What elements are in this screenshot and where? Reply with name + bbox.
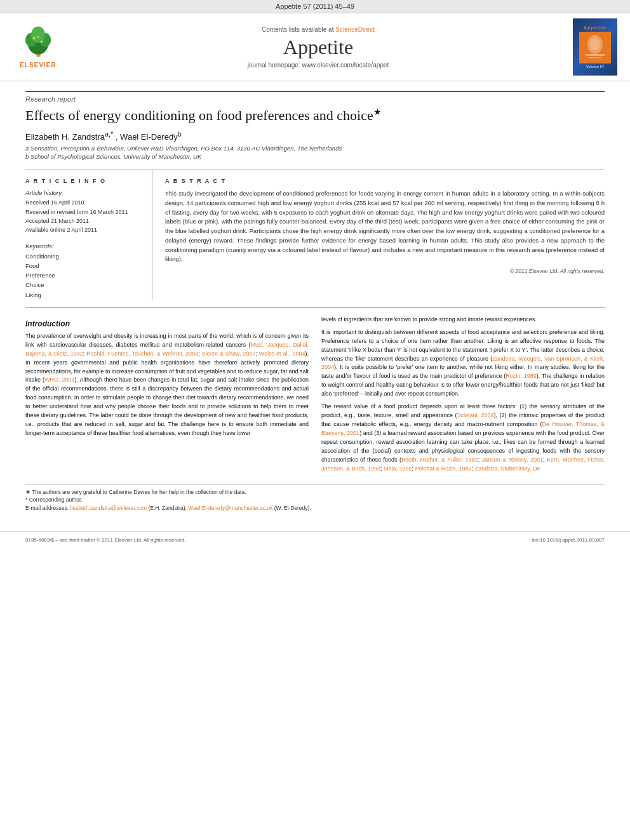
article-info-label: A R T I C L E I N F O: [25, 178, 142, 184]
section-divider: [25, 307, 605, 308]
email-link-1[interactable]: liesbeth.zandstra@unilever.com: [70, 505, 147, 511]
elsevier-brand-text: ELSEVIER: [20, 62, 56, 69]
cover-image-icon: [579, 32, 611, 63]
article-history: Article history: Received 16 April 2010 …: [25, 189, 142, 235]
corresponding-author-note: * Corresponding author.: [25, 496, 605, 504]
keyword-choice: Choice: [25, 280, 142, 290]
article-history-title: Article history:: [25, 189, 142, 196]
footer-bar: 0195-6663/$ – see front matter © 2011 El…: [0, 531, 630, 548]
journal-header: ELSEVIER Contents lists available at Sci…: [0, 13, 630, 81]
authors-line: Elizabeth H. Zandstraa,* , Wael El-Dered…: [25, 130, 605, 142]
ref-rozin-1989[interactable]: Rozin, 1989: [506, 373, 536, 379]
revised-date: Received in revised form 16 March 2011: [25, 208, 142, 217]
sciencedirect-link[interactable]: ScienceDirect: [335, 26, 375, 33]
copyright-notice: © 2011 Elsevier Ltd. All rights reserved…: [165, 268, 605, 274]
email-link-2[interactable]: Wael.El-deredy@manchester.ac.uk: [188, 505, 272, 511]
ref-mela-1995[interactable]: Mela, 1995: [384, 465, 412, 472]
article-content: Research report Effects of energy condit…: [0, 81, 630, 522]
star-footnote: ★ The authors are very grateful to Cathe…: [25, 488, 605, 497]
journal-citation: Appetite 57 (2011) 45–49: [0, 0, 630, 13]
ref-weiss-2004[interactable]: Weiss et al., 2004: [259, 350, 305, 357]
ref-pelchat-1982[interactable]: Pelchat & Rozin, 1982: [415, 465, 472, 472]
article-type-label: Research report: [25, 91, 605, 103]
ref-zandstra-stubenitsky[interactable]: Zandstra, Stubenitsky, De: [475, 465, 540, 472]
abstract-column: A B S T R A C T This study investigated …: [165, 170, 605, 300]
email-addresses: E-mail addresses: liesbeth.zandstra@unil…: [25, 504, 605, 512]
keyword-liking: Liking: [25, 290, 142, 300]
svg-rect-12: [589, 57, 601, 58]
doi: doi:10.1016/j.appet.2011.03.007: [532, 537, 605, 543]
affiliation-1: a Sensation, Perception & Behaviour, Uni…: [25, 145, 605, 152]
elsevier-logo: ELSEVIER: [13, 25, 64, 69]
keyword-conditioning: Conditioning: [25, 251, 142, 261]
body-right-column: levels of ingredients that are known to …: [321, 316, 605, 477]
intro-paragraph-2: levels of ingredients that are known to …: [321, 316, 605, 324]
article-info-abstract-section: A R T I C L E I N F O Article history: R…: [25, 170, 605, 300]
ref-sclafani-2004[interactable]: Sclafani, 2004: [457, 412, 493, 418]
article-title: Effects of energy conditioning on food p…: [25, 107, 605, 125]
body-left-column: Introduction The prevalence of overweigh…: [25, 316, 309, 477]
footnotes-section: ★ The authors are very grateful to Cathe…: [25, 484, 605, 512]
journal-center: Contents lists available at ScienceDirec…: [64, 26, 573, 69]
affiliation-2: b School of Psychological Sciences, Univ…: [25, 153, 605, 160]
svg-point-10: [590, 38, 600, 51]
author1-superscript: a,*: [105, 130, 113, 138]
abstract-label: A B S T R A C T: [165, 178, 605, 184]
contents-available-line: Contents lists available at ScienceDirec…: [64, 26, 573, 33]
author2-superscript: b: [178, 130, 182, 138]
svg-rect-11: [586, 54, 605, 56]
keyword-food: Food: [25, 261, 142, 270]
ref-booth-1982[interactable]: Booth, Mather, & Fuller, 1982: [401, 457, 478, 463]
ref-sicree-2007[interactable]: Sicree & Shaw, 2007: [202, 350, 256, 357]
intro-paragraph-1: The prevalence of overweight and obesity…: [25, 332, 309, 438]
ref-rashid-2003[interactable]: Rashid, Fuentes, Touchon, & Wehner, 2003: [86, 350, 198, 357]
svg-point-7: [37, 36, 39, 38]
intro-paragraph-3: It is important to distinguish between d…: [321, 328, 605, 399]
elsevier-tree-icon: [21, 25, 56, 60]
ref-who-2003[interactable]: WHO, 2003: [44, 377, 75, 383]
keyword-preference: Preference: [25, 270, 142, 280]
ref-de-houwer-2001[interactable]: De Houwer, Thomas, & Baeyens, 2001: [321, 421, 605, 436]
keywords-label: Keywords:: [25, 243, 142, 250]
svg-point-4: [31, 27, 45, 43]
article-info-column: A R T I C L E I N F O Article history: R…: [25, 170, 152, 300]
intro-paragraph-4: The reward value of a food product depen…: [321, 403, 605, 474]
ref-jansen-2001[interactable]: Jansen & Tenney, 2001: [482, 457, 543, 463]
svg-point-6: [40, 41, 43, 43]
journal-title: Appetite: [64, 36, 573, 59]
available-online-date: Available online 2 April 2011: [25, 225, 142, 234]
journal-cover-image: Appetite Volume 57: [573, 18, 617, 76]
keywords-section: Keywords: Conditioning Food Preference C…: [25, 243, 142, 300]
body-text-section: Introduction The prevalence of overweigh…: [25, 316, 605, 477]
journal-homepage: journal homepage: www.elsevier.com/locat…: [64, 62, 573, 69]
received-date: Received 16 April 2010: [25, 198, 142, 207]
abstract-text: This study investigated the development …: [165, 189, 605, 264]
introduction-heading: Introduction: [25, 319, 309, 328]
accepted-date: Accepted 21 March 2011: [25, 217, 142, 225]
issn-copyright: 0195-6663/$ – see front matter © 2011 El…: [25, 537, 185, 543]
ref-zandstra-2004[interactable]: Zandstra, Weegels, Van Spronsen, & Klerk…: [321, 356, 605, 371]
svg-point-5: [32, 37, 35, 39]
